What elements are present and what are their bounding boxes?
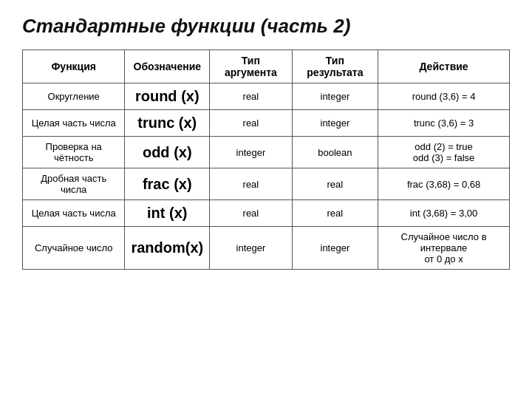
func-notation-cell: frac (x) bbox=[125, 168, 210, 200]
arg-type-cell: real bbox=[210, 110, 292, 137]
col-header-arg-type: Тип аргумента bbox=[210, 50, 292, 83]
arg-type-cell: integer bbox=[210, 227, 292, 270]
func-notation-cell: random(x) bbox=[125, 227, 210, 270]
func-notation-cell: int (x) bbox=[125, 200, 210, 227]
table-row: Проверка на чётностьodd (x)integerboolea… bbox=[23, 137, 510, 168]
action-cell: round (3,6) = 4 bbox=[378, 83, 510, 110]
col-header-action: Действие bbox=[378, 50, 510, 83]
table-row: Дробная часть числаfrac (x)realrealfrac … bbox=[23, 168, 510, 200]
func-name-cell: Целая часть числа bbox=[23, 110, 125, 137]
func-notation-cell: odd (x) bbox=[125, 137, 210, 168]
func-name-cell: Случайное число bbox=[23, 227, 125, 270]
action-cell: int (3,68) = 3,00 bbox=[378, 200, 510, 227]
table-row: Целая часть числаtrunc (x)realintegertru… bbox=[23, 110, 510, 137]
table-row: Округлениеround (x)realintegerround (3,6… bbox=[23, 83, 510, 110]
result-type-cell: integer bbox=[292, 83, 378, 110]
func-notation-cell: round (x) bbox=[125, 83, 210, 110]
func-notation-cell: trunc (x) bbox=[125, 110, 210, 137]
functions-table: Функция Обозначение Тип аргумента Тип ре… bbox=[22, 50, 510, 270]
func-name-cell: Целая часть числа bbox=[23, 200, 125, 227]
func-name-cell: Проверка на чётность bbox=[23, 137, 125, 168]
result-type-cell: integer bbox=[292, 227, 378, 270]
action-cell: odd (2) = trueodd (3) = false bbox=[378, 137, 510, 168]
arg-type-cell: real bbox=[210, 200, 292, 227]
func-name-cell: Дробная часть числа bbox=[23, 168, 125, 200]
result-type-cell: real bbox=[292, 168, 378, 200]
col-header-notation: Обозначение bbox=[125, 50, 210, 83]
arg-type-cell: real bbox=[210, 168, 292, 200]
col-header-func: Функция bbox=[23, 50, 125, 83]
arg-type-cell: integer bbox=[210, 137, 292, 168]
table-row: Целая часть числаint (x)realrealint (3,6… bbox=[23, 200, 510, 227]
action-cell: trunc (3,6) = 3 bbox=[378, 110, 510, 137]
action-cell: Случайное число в интервалеот 0 до x bbox=[378, 227, 510, 270]
col-header-result-type: Тип результата bbox=[292, 50, 378, 83]
table-row: Случайное числоrandom(x)integerintegerСл… bbox=[23, 227, 510, 270]
result-type-cell: real bbox=[292, 200, 378, 227]
result-type-cell: integer bbox=[292, 110, 378, 137]
func-name-cell: Округление bbox=[23, 83, 125, 110]
result-type-cell: boolean bbox=[292, 137, 378, 168]
arg-type-cell: real bbox=[210, 83, 292, 110]
page-title: Стандартные функции (часть 2) bbox=[22, 15, 510, 38]
action-cell: frac (3,68) = 0,68 bbox=[378, 168, 510, 200]
